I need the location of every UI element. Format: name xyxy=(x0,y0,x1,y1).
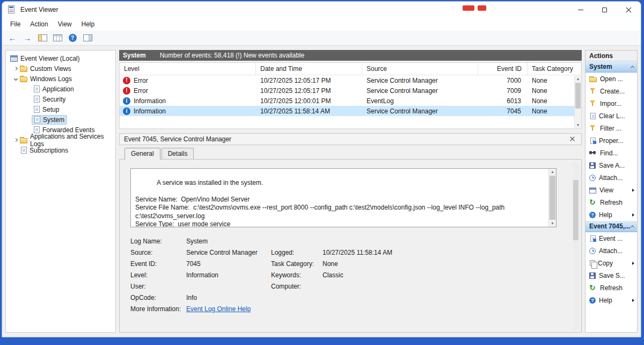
action-refresh[interactable]: Refresh xyxy=(586,196,637,209)
tree-item-application[interactable]: Application xyxy=(6,84,115,94)
field-value-task-category: None xyxy=(323,258,557,270)
submenu-arrow-icon xyxy=(632,189,634,192)
event-log-online-help-link[interactable]: Event Log Online Help xyxy=(186,305,251,313)
action-open-saved-log[interactable]: Open ... xyxy=(586,73,637,85)
field-label-task-category: Task Category: xyxy=(271,258,323,270)
column-header-event-id[interactable]: Event ID xyxy=(478,63,528,75)
menu-file[interactable]: File xyxy=(5,19,25,30)
event-log-icon xyxy=(34,85,40,92)
action-view[interactable]: View xyxy=(586,184,637,196)
action-filter-current-log[interactable]: Filter ... xyxy=(586,122,637,134)
event-fields: Log Name: System Source: Service Control… xyxy=(130,236,557,315)
menu-action[interactable]: Action xyxy=(25,19,53,30)
back-arrow-icon xyxy=(9,33,17,42)
menu-help[interactable]: Help xyxy=(77,19,100,30)
menu-view[interactable]: View xyxy=(53,19,77,30)
collapse-icon[interactable] xyxy=(631,225,634,229)
actions-section-system[interactable]: System xyxy=(586,61,637,73)
actions-section-event-7045[interactable]: Event 7045,... xyxy=(586,221,637,232)
show-action-pane-button[interactable] xyxy=(80,32,94,44)
tab-details[interactable]: Details xyxy=(162,148,194,159)
action-clear-log[interactable]: Clear L... xyxy=(586,110,637,122)
log-event-count: Number of events: 58,418 (!) New events … xyxy=(160,52,304,59)
description-scrollbar[interactable] xyxy=(548,169,556,227)
event-log-icon xyxy=(34,116,40,123)
action-import-custom-view[interactable]: Impor... xyxy=(586,97,637,110)
scroll-up-icon[interactable] xyxy=(575,76,581,82)
event-description-box[interactable]: A service was installed in the system. S… xyxy=(130,168,557,227)
event-log-icon xyxy=(34,126,40,133)
list-header-row: Level Date and Time Source Event ID Task… xyxy=(120,63,581,75)
action-create-custom-view[interactable]: Create... xyxy=(586,85,637,97)
maximize-button[interactable] xyxy=(592,2,617,18)
tree-item-applications-and-services-logs[interactable]: Applications and Services Logs xyxy=(6,135,115,145)
field-value-computer xyxy=(323,281,557,292)
action-help-event[interactable]: Help xyxy=(586,294,637,306)
column-header-task-category[interactable]: Task Category xyxy=(528,63,581,75)
refresh-icon xyxy=(589,199,597,206)
action-help[interactable]: Help xyxy=(586,209,637,221)
details-header[interactable]: Event 7045, Service Control Manager xyxy=(119,133,582,145)
event-row[interactable]: Error 10/27/2025 12:05:17 PM Service Con… xyxy=(120,75,581,85)
field-value-logged: 10/27/2025 11:58:14 AM xyxy=(323,247,557,258)
minimize-button[interactable] xyxy=(568,2,592,18)
tab-general[interactable]: General xyxy=(125,148,160,160)
collapse-icon[interactable] xyxy=(631,66,634,69)
chevron-right-icon[interactable] xyxy=(14,138,18,142)
actions-pane: Actions System Open ... Create... Impor.… xyxy=(585,50,638,333)
submenu-arrow-icon xyxy=(632,299,634,302)
show-console-tree-button[interactable] xyxy=(35,32,49,44)
titlebar[interactable]: Event Viewer xyxy=(2,2,641,18)
scrollbar-thumb[interactable] xyxy=(573,180,579,240)
action-save-all-events-as[interactable]: Save A... xyxy=(586,159,637,171)
events-list-scrollbar[interactable] xyxy=(574,76,581,128)
tree-item-event-viewer-local[interactable]: Event Viewer (Local) xyxy=(6,53,115,63)
create-view-funnel-icon xyxy=(589,88,597,95)
tree-item-security[interactable]: Security xyxy=(6,94,115,104)
tree-item-windows-logs[interactable]: Windows Logs xyxy=(6,74,115,84)
scroll-down-icon[interactable] xyxy=(575,122,581,128)
properties-button[interactable] xyxy=(50,32,64,44)
scrollbar-thumb[interactable] xyxy=(575,83,581,109)
close-button[interactable] xyxy=(617,2,641,18)
scrollbar-thumb[interactable] xyxy=(550,176,555,220)
help-toolbar-button[interactable] xyxy=(65,32,79,44)
details-pane-scrollbar[interactable] xyxy=(573,162,579,330)
scroll-down-icon[interactable] xyxy=(549,220,556,227)
field-label-log-name: Log Name: xyxy=(130,236,186,247)
tree-item-setup[interactable]: Setup xyxy=(6,104,115,114)
action-copy[interactable]: Copy xyxy=(586,257,637,269)
field-label-keywords: Keywords: xyxy=(271,270,323,281)
properties-grid-icon xyxy=(53,34,62,41)
folder-icon xyxy=(20,138,27,143)
column-header-date-time[interactable]: Date and Time xyxy=(256,63,362,75)
action-attach-task-to-event[interactable]: Attach... xyxy=(586,245,637,257)
event-row[interactable]: Information 10/27/2025 12:00:01 PM Event… xyxy=(120,96,581,106)
action-event-properties[interactable]: Event ... xyxy=(586,232,637,245)
column-header-level[interactable]: Level xyxy=(120,63,256,75)
field-value-event-id: 7045 xyxy=(186,258,271,270)
forward-button[interactable] xyxy=(20,32,34,44)
action-save-selected-events[interactable]: Save S... xyxy=(586,269,637,282)
field-label-source: Source: xyxy=(130,247,186,258)
close-details-button[interactable] xyxy=(568,135,577,143)
chevron-down-icon[interactable] xyxy=(14,77,18,81)
scroll-up-icon[interactable] xyxy=(549,169,556,175)
action-properties[interactable]: Proper... xyxy=(586,134,637,147)
back-button[interactable] xyxy=(5,32,19,44)
action-attach-task-to-log[interactable]: Attach... xyxy=(586,171,637,184)
tree-item-system[interactable]: System xyxy=(6,114,115,125)
help-icon xyxy=(589,212,596,218)
import-view-funnel-icon xyxy=(589,100,597,107)
action-refresh-event[interactable]: Refresh xyxy=(586,282,637,294)
tree-item-custom-views[interactable]: Custom Views xyxy=(6,63,115,74)
console-root-icon xyxy=(10,55,18,62)
event-row[interactable]: Error 10/27/2025 12:05:17 PM Service Con… xyxy=(120,85,581,96)
action-find[interactable]: Find... xyxy=(586,147,637,159)
event-viewer-window: Event Viewer File Action View Help Event… xyxy=(2,1,641,337)
save-disk-icon xyxy=(589,162,596,169)
event-row-selected[interactable]: Information 10/27/2025 11:58:14 AM Servi… xyxy=(120,106,581,116)
chevron-right-icon[interactable] xyxy=(14,67,18,70)
column-header-source[interactable]: Source xyxy=(362,63,478,75)
field-value-opcode: Info xyxy=(186,292,271,304)
